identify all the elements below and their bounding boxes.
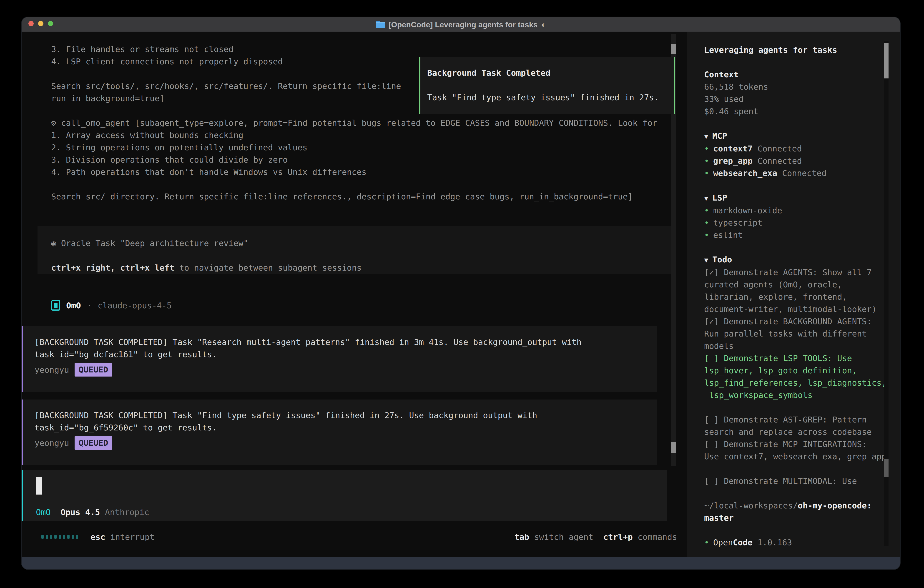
esc-hint: esc interrupt: [91, 532, 155, 542]
todo-item-line: [✓] Demonstrate AGENTS: Show all 7: [704, 266, 900, 279]
message-line: task_id="bg_dcfac161" to get results.: [35, 349, 657, 361]
output-line: 3. File handles or streams not closed: [51, 43, 687, 56]
session-title: Leveraging agents for tasks: [704, 44, 900, 56]
tool-call-item: 3. Division operations that could divide…: [51, 154, 687, 166]
input-model-name: Opus 4.5: [61, 506, 100, 519]
context-tokens: 66,518 tokens: [704, 81, 900, 93]
notification-body: Task "Find type safety issues" finished …: [427, 91, 674, 104]
scrollbar-thumb[interactable]: [671, 44, 676, 54]
tool-call-item: 1. Array access without bounds checking: [51, 129, 687, 141]
message-author: yeongyu: [35, 365, 69, 375]
terminal-window: [OpenCode] Leveraging agents for tasks ◐…: [21, 17, 900, 569]
todo-item-line: curated agents (OmO, oracle,: [704, 279, 900, 291]
status-dot-icon: •: [704, 218, 709, 227]
record-icon: ◉: [51, 238, 56, 248]
todo-item-line: lsp_workspace_symbols: [704, 389, 900, 401]
queued-badge: QUEUED: [74, 363, 112, 377]
session-sidebar: Leveraging agents for tasks Context 66,5…: [687, 32, 900, 557]
todo-item-line: [ ] Demonstrate AST-GREP: Pattern: [704, 414, 900, 426]
background-task-message: [BACKGROUND TASK COMPLETED] Task "Find t…: [21, 400, 657, 465]
todo-item-line: search and replace across codebase: [704, 426, 900, 438]
todo-item-line: lsp_find_references, lsp_diagnostics,: [704, 377, 900, 389]
context-spent: $0.46 spent: [704, 105, 900, 117]
lsp-item: •eslint: [704, 229, 900, 241]
todo-item-line: [✓] Demonstrate BACKGROUND AGENTS:: [704, 315, 900, 328]
mcp-item: •context7 Connected: [704, 142, 900, 155]
window-bottom-frame: [21, 557, 900, 569]
lsp-section-header[interactable]: ▼LSP: [704, 192, 900, 205]
todo-item-line: Use context7, websearch_exa, grep_app: [704, 451, 900, 463]
status-dot-icon: •: [704, 144, 709, 153]
agent-header: OmO · claude-opus-4-5: [51, 299, 687, 312]
todo-item-line: Run parallel tasks with different: [704, 328, 900, 340]
todo-item-line: [ ] Demonstrate LSP TOOLS: Use: [704, 352, 900, 365]
status-dot-icon: •: [704, 168, 709, 178]
tool-call-item: 2. String operations on potentially unde…: [51, 141, 687, 154]
message-author: yeongyu: [35, 438, 69, 448]
tool-call-line: ⚙ call_omo_agent [subagent_type=explore,…: [51, 117, 687, 129]
todo-item-line: [ ] Demonstrate MCP INTEGRATIONS:: [704, 438, 900, 451]
notification-title: Background Task Completed: [427, 67, 674, 79]
status-dot-icon: •: [704, 156, 709, 165]
commands-hint: ctrl+p commands: [593, 532, 677, 542]
prompt-input[interactable]: OmO Opus 4.5 Anthropic: [21, 470, 667, 521]
workspace-path: ~/local-workspaces/oh-my-opencode:: [704, 500, 900, 512]
oracle-task-title: Oracle Task "Deep architecture review": [61, 238, 248, 248]
scrollbar-thumb[interactable]: [884, 43, 889, 78]
queued-badge: QUEUED: [74, 436, 112, 450]
sidebar-scrollbar[interactable]: [884, 41, 889, 546]
background-task-notification: Background Task Completed Task "Find typ…: [419, 57, 675, 114]
tool-call-tail: Search src/ directory. Return specific f…: [51, 190, 687, 203]
mcp-item: •grep_app Connected: [704, 155, 900, 167]
todo-item-line: lsp_hover, lsp_goto_definition,: [704, 365, 900, 377]
agent-name: OmO: [66, 301, 81, 310]
input-agent-name: OmO: [36, 506, 51, 519]
todo-section-header[interactable]: ▼Todo: [704, 254, 900, 266]
status-dot-icon: •: [704, 206, 709, 215]
tool-call-item: 4. Path operations that don't handle Win…: [51, 166, 687, 178]
mcp-item: •websearch_exa Connected: [704, 167, 900, 179]
chevron-down-icon: ▼: [704, 132, 708, 140]
agent-model: claude-opus-4-5: [98, 301, 172, 310]
context-used: 33% used: [704, 93, 900, 105]
todo-item-line: [ ] Demonstrate MULTIMODAL: Use: [704, 475, 900, 487]
gear-icon: ⚙: [51, 118, 56, 127]
tab-hint: tab switch agent: [515, 532, 593, 542]
scrollbar-thumb[interactable]: [671, 442, 676, 453]
chevron-down-icon: ▼: [704, 194, 708, 202]
lsp-item: •markdown-oxide: [704, 205, 900, 217]
status-dot-icon: •: [704, 538, 709, 547]
context-heading: Context: [704, 68, 900, 81]
chat-pane: Background Task Completed Task "Find typ…: [21, 32, 687, 557]
text-cursor: [36, 477, 42, 495]
workspace-branch: master: [704, 512, 900, 524]
version-line: •OpenCode 1.0.163: [704, 537, 900, 549]
spinner-dots: [41, 535, 78, 538]
oracle-task-card[interactable]: ◉ Oracle Task "Deep architecture review"…: [38, 226, 673, 274]
todo-item-line: models: [704, 340, 900, 352]
message-line: [BACKGROUND TASK COMPLETED] Task "Resear…: [35, 336, 657, 349]
model-selector[interactable]: OmO Opus 4.5 Anthropic: [36, 506, 149, 519]
background-task-message: [BACKGROUND TASK COMPLETED] Task "Resear…: [21, 326, 657, 392]
moon-icon: ◐: [541, 20, 546, 29]
scrollbar-thumb[interactable]: [884, 459, 889, 477]
mcp-section-header[interactable]: ▼MCP: [704, 130, 900, 142]
oracle-hint: ctrl+x right, ctrl+x left to navigate be…: [51, 262, 673, 274]
separator-dot: ·: [87, 301, 92, 310]
titlebar[interactable]: [OpenCode] Leveraging agents for tasks ◐: [21, 17, 900, 32]
input-provider: Anthropic: [105, 506, 149, 519]
window-title: [OpenCode] Leveraging agents for tasks: [389, 20, 538, 29]
todo-item-line: document-writer, multimodal-looker): [704, 303, 900, 315]
todo-item-line: librarian, explore, frontend,: [704, 291, 900, 303]
message-line: [BACKGROUND TASK COMPLETED] Task "Find t…: [35, 409, 657, 421]
folder-icon: [376, 21, 385, 28]
status-bar: esc interrupt tab switch agent ctrl+p co…: [21, 531, 687, 543]
agent-icon: [51, 300, 60, 311]
lsp-item: •typescript: [704, 217, 900, 229]
message-line: task_id="bg_6f59260c" to get results.: [35, 421, 657, 434]
chevron-down-icon: ▼: [704, 256, 708, 264]
status-dot-icon: •: [704, 230, 709, 239]
